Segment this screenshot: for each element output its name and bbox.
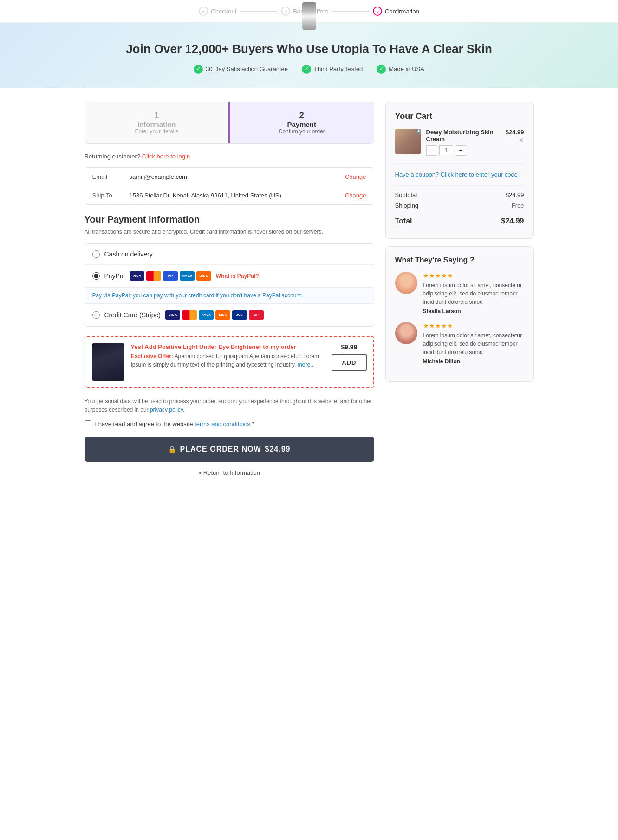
hero-badges: ✓ 30 Day Satisfaction Guarantee ✓ Third … bbox=[9, 65, 609, 74]
reviewer-name-2: Michele Dillon bbox=[423, 358, 524, 365]
customer-info-box: Email sami.j@example.com Change Ship To … bbox=[85, 167, 374, 205]
returning-customer: Returning customer? Click here to login bbox=[85, 153, 374, 160]
payment-option-credit: Credit Card (Stripe) VISA MC AMEX DISC J… bbox=[85, 304, 374, 326]
confirmation-label: Confirmation bbox=[385, 8, 419, 15]
upsell-right: $9.99 ADD bbox=[332, 343, 366, 371]
ship-row: Ship To 1536 Stellar Dr, Kenai, Alaska 9… bbox=[85, 186, 374, 204]
payment-section: Your Payment Information All transaction… bbox=[85, 214, 374, 327]
upsell-add-button[interactable]: ADD bbox=[332, 354, 366, 371]
upsell-more-link[interactable]: more... bbox=[298, 361, 315, 368]
checkout-label: Checkout bbox=[211, 8, 236, 15]
terms-text: I have read and agree to the website bbox=[95, 420, 193, 427]
review-item-1: ★★★★★ Lorem ipsum dolor sit amet, consec… bbox=[395, 272, 524, 315]
credit-up-icon: UP bbox=[249, 310, 264, 320]
terms-link[interactable]: terms and conditions bbox=[195, 420, 250, 427]
ship-label: Ship To bbox=[92, 192, 130, 199]
progress-line-1 bbox=[240, 11, 277, 12]
upsell-product-bg bbox=[92, 343, 124, 381]
payment-subtitle: All transactions are secure and encrypte… bbox=[85, 228, 374, 236]
login-link[interactable]: Click here to login bbox=[142, 153, 190, 160]
cart-box: Your Cart 1 Dewy Moisturizing Skin Cream… bbox=[385, 102, 534, 239]
left-column: 1 Information Enter your details 2 Payme… bbox=[85, 102, 374, 476]
shipping-label: Shipping bbox=[395, 202, 419, 209]
credit-label[interactable]: Credit Card (Stripe) bbox=[104, 311, 161, 319]
remove-item-button[interactable]: ✕ bbox=[519, 137, 524, 144]
right-column: Your Cart 1 Dewy Moisturizing Skin Cream… bbox=[385, 102, 534, 382]
email-change-btn[interactable]: Change bbox=[345, 173, 366, 180]
total-value: $24.99 bbox=[501, 217, 524, 225]
step-2-tab[interactable]: 2 Payment Confirm your order bbox=[228, 102, 374, 143]
check-icon-2: ✓ bbox=[302, 65, 311, 74]
upsell-product-image bbox=[92, 343, 124, 381]
coupon-link[interactable]: Have a coupon? Click here to enter your … bbox=[395, 171, 524, 178]
email-value: sami.j@example.com bbox=[130, 173, 345, 180]
cod-label[interactable]: Cash on delivery bbox=[104, 250, 153, 258]
credit-mc-icon: MC bbox=[182, 310, 197, 320]
badge-usa: ✓ Made in USA bbox=[377, 65, 424, 74]
qty-input[interactable] bbox=[439, 145, 453, 155]
paypal-label[interactable]: PayPal bbox=[104, 272, 125, 280]
step-1-sub: Enter your details bbox=[94, 128, 220, 135]
payment-options: Cash on delivery PayPal VISA MC PP AMEX … bbox=[85, 243, 374, 327]
terms-label: I have read and agree to the website ter… bbox=[95, 420, 254, 427]
credit-radio[interactable] bbox=[92, 311, 100, 319]
review-text-1: Lorem ipsum dolor sit amet, consectetur … bbox=[423, 281, 524, 306]
privacy-link[interactable]: privacy policy. bbox=[150, 407, 184, 413]
check-icon-3: ✓ bbox=[377, 65, 386, 74]
subtotal-value: $24.99 bbox=[506, 191, 524, 198]
badge-tested: ✓ Third Party Tested bbox=[302, 65, 363, 74]
what-paypal-link[interactable]: What is PayPal? bbox=[216, 273, 259, 279]
email-row: Email sami.j@example.com Change bbox=[85, 168, 374, 186]
hero-title-bold: 12,000+ bbox=[185, 42, 229, 56]
progress-line-2 bbox=[332, 11, 369, 12]
payment-option-paypal: PayPal VISA MC PP AMEX DISC What is PayP… bbox=[85, 265, 374, 288]
step-1-num: 1 bbox=[94, 111, 220, 120]
cart-item-price: $24.99 bbox=[506, 129, 524, 136]
cart-title: Your Cart bbox=[395, 112, 524, 121]
place-order-button[interactable]: 🔒 PLACE ORDER NOW $24.99 bbox=[85, 437, 374, 462]
avatar-2-image bbox=[395, 322, 417, 344]
subtotal-label: Subtotal bbox=[395, 191, 417, 198]
qty-decrease-button[interactable]: - bbox=[426, 145, 436, 156]
mastercard-icon: MC bbox=[146, 271, 161, 281]
badge-tested-text: Third Party Tested bbox=[314, 66, 363, 72]
review-content-2: ★★★★★ Lorem ipsum dolor sit amet, consec… bbox=[423, 322, 524, 365]
total-label: Total bbox=[395, 217, 412, 225]
hero-banner: Join Over 12,000+ Buyers Who Use Utopia … bbox=[0, 23, 618, 88]
cart-item: 1 Dewy Moisturizing Skin Cream - + $24.9… bbox=[395, 129, 524, 164]
upsell-offer-label: Exclusive Offer: bbox=[131, 353, 173, 360]
subtotal-row: Subtotal $24.99 bbox=[395, 191, 524, 198]
bonus-circle: ○ bbox=[281, 7, 290, 16]
discover-icon: DISC bbox=[196, 271, 211, 281]
terms-row: I have read and agree to the website ter… bbox=[85, 420, 374, 427]
terms-checkbox[interactable] bbox=[85, 420, 91, 427]
upsell-box: Yes! Add Positive Light Under Eye Bright… bbox=[85, 336, 374, 388]
badge-guarantee-text: 30 Day Satisfaction Guarantee bbox=[206, 66, 288, 72]
return-link[interactable]: « Return to Information bbox=[198, 469, 260, 476]
step-2-title: Payment bbox=[239, 120, 364, 128]
shipping-row: Shipping Free bbox=[395, 202, 524, 209]
paypal-radio[interactable] bbox=[92, 272, 100, 280]
check-icon-1: ✓ bbox=[194, 65, 203, 74]
cart-totals: Subtotal $24.99 Shipping Free Total $24.… bbox=[395, 185, 524, 225]
lock-icon: 🔒 bbox=[168, 446, 176, 453]
credit-card-icons: VISA MC AMEX DISC JCB UP bbox=[165, 310, 264, 320]
review-content-1: ★★★★★ Lorem ipsum dolor sit amet, consec… bbox=[423, 272, 524, 315]
place-order-label: PLACE ORDER NOW bbox=[180, 445, 261, 453]
privacy-text: Your personal data will be used to proce… bbox=[85, 398, 372, 413]
credit-disc-icon: DISC bbox=[215, 310, 230, 320]
cart-item-info: Dewy Moisturizing Skin Cream - + bbox=[426, 129, 500, 156]
paypal-card-icons: VISA MC PP AMEX DISC bbox=[130, 271, 211, 281]
ship-change-btn[interactable]: Change bbox=[345, 192, 366, 199]
review-avatar-1 bbox=[395, 272, 417, 294]
payment-title: Your Payment Information bbox=[85, 214, 374, 225]
step-1-tab[interactable]: 1 Information Enter your details bbox=[85, 102, 229, 143]
terms-asterisk: * bbox=[250, 420, 254, 427]
paypal-brand-icon: PP bbox=[163, 271, 178, 281]
visa-icon: VISA bbox=[130, 271, 144, 281]
cart-item-image: 1 bbox=[395, 129, 421, 154]
cod-radio[interactable] bbox=[92, 250, 100, 258]
badge-usa-text: Made in USA bbox=[389, 66, 424, 72]
reviews-box: What They're Saying ? ★★★★★ Lorem ipsum … bbox=[385, 246, 534, 382]
qty-increase-button[interactable]: + bbox=[456, 145, 466, 156]
